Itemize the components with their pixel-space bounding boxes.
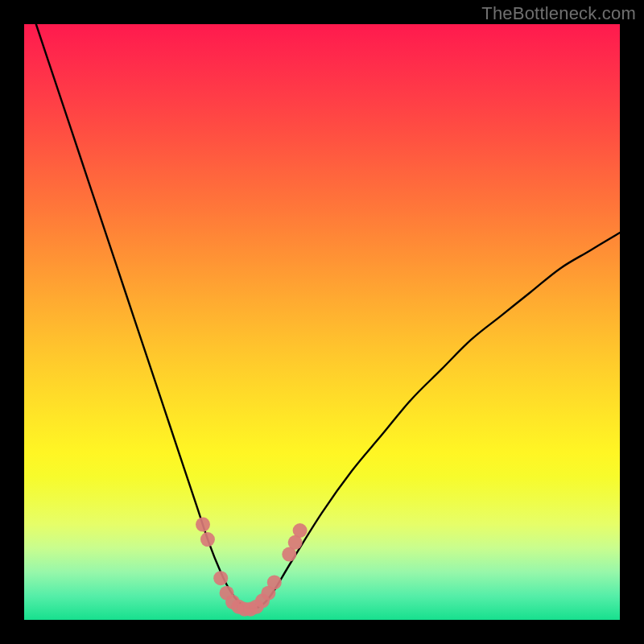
curve-marker (293, 523, 308, 538)
chart-plot-area (24, 24, 620, 620)
chart-svg (24, 24, 620, 620)
chart-frame: TheBottleneck.com (0, 0, 644, 644)
attribution-watermark: TheBottleneck.com (481, 3, 636, 24)
bottleneck-curve (36, 24, 620, 609)
curve-marker (196, 518, 210, 532)
curve-markers (196, 518, 308, 617)
curve-marker (213, 571, 228, 585)
curve-marker (267, 575, 282, 589)
curve-marker (200, 532, 215, 547)
